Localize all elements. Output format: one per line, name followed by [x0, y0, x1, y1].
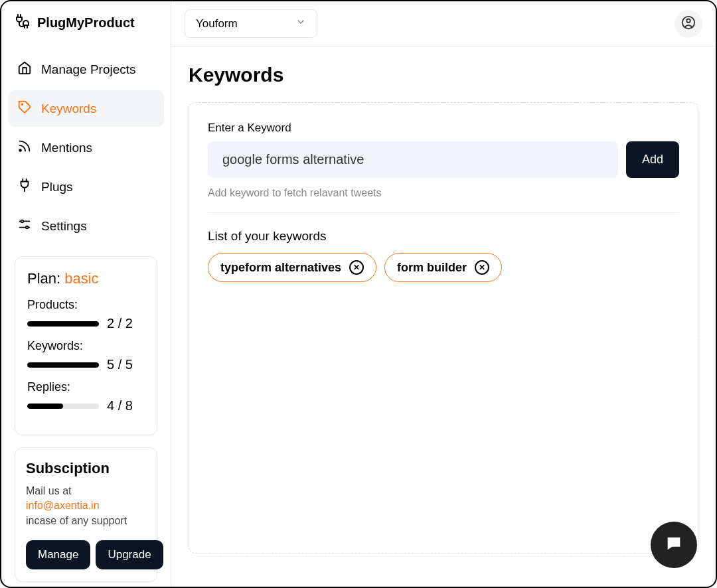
- svg-point-5: [26, 226, 29, 229]
- project-select[interactable]: Youform: [185, 9, 317, 38]
- svg-point-3: [21, 220, 24, 223]
- chevron-down-icon: [295, 17, 306, 31]
- chat-button[interactable]: [651, 522, 697, 568]
- keyword-chip: form builder ✕: [384, 253, 502, 282]
- subscription-title: Subsciption: [26, 460, 146, 477]
- helper-text: Add keyword to fetch relavant tweets: [208, 187, 679, 213]
- plug-cable-icon: [15, 13, 31, 32]
- plan-stat-replies: Replies: 4 / 8: [27, 380, 145, 413]
- brand: PlugMyProduct: [1, 1, 171, 44]
- svg-point-7: [686, 19, 690, 23]
- chip-label: typeform alternatives: [220, 261, 341, 275]
- project-selected-value: Youform: [196, 17, 238, 31]
- plan-title: Plan: basic: [27, 270, 145, 287]
- keyword-chip: typeform alternatives ✕: [208, 253, 376, 282]
- chat-icon: [665, 534, 683, 555]
- home-icon: [17, 60, 32, 78]
- remove-keyword-icon[interactable]: ✕: [349, 260, 364, 275]
- sliders-icon: [17, 217, 32, 235]
- sidebar-item-manage-projects[interactable]: Manage Projects: [8, 51, 164, 88]
- nav-label: Manage Projects: [41, 62, 136, 77]
- rss-icon: [17, 139, 32, 157]
- progress-bar: [27, 321, 99, 327]
- sidebar: PlugMyProduct Manage Projects Keywords M…: [1, 1, 171, 587]
- manage-button[interactable]: Manage: [26, 540, 90, 569]
- nav-label: Keywords: [41, 102, 96, 116]
- svg-point-1: [19, 149, 21, 151]
- nav-label: Plugs: [41, 180, 73, 194]
- add-button[interactable]: Add: [626, 141, 679, 178]
- progress-bar: [27, 362, 99, 368]
- plan-name: basic: [64, 270, 98, 287]
- progress-bar: [27, 404, 99, 409]
- plan-card: Plan: basic Products: 2 / 2 Keywords: 5 …: [15, 256, 157, 435]
- svg-point-0: [21, 104, 23, 105]
- upgrade-button[interactable]: Upgrade: [96, 540, 163, 569]
- brand-name: PlugMyProduct: [37, 15, 135, 31]
- plan-stat-products: Products: 2 / 2: [27, 298, 145, 331]
- nav-label: Settings: [41, 219, 87, 234]
- page-title: Keywords: [189, 64, 698, 86]
- plan-stat-keywords: Keywords: 5 / 5: [27, 339, 145, 372]
- nav: Manage Projects Keywords Mentions Plugs: [1, 44, 171, 244]
- list-title: List of your keywords: [208, 229, 679, 244]
- sidebar-item-keywords[interactable]: Keywords: [8, 90, 164, 127]
- main: Youform Keywords Enter a Keyword Add Add…: [171, 1, 716, 587]
- user-icon: [681, 15, 696, 33]
- sidebar-item-settings[interactable]: Settings: [8, 208, 164, 244]
- remove-keyword-icon[interactable]: ✕: [475, 260, 489, 275]
- keywords-panel: Enter a Keyword Add Add keyword to fetch…: [189, 102, 698, 553]
- sidebar-item-mentions[interactable]: Mentions: [8, 129, 164, 166]
- keyword-chips: typeform alternatives ✕ form builder ✕: [208, 253, 679, 282]
- nav-label: Mentions: [41, 141, 92, 155]
- support-email-link[interactable]: info@axentia.in: [26, 500, 100, 511]
- chip-label: form builder: [397, 261, 467, 275]
- keyword-input[interactable]: [208, 141, 618, 178]
- subscription-card: Subsciption Mail us at info@axentia.in i…: [15, 447, 157, 582]
- sidebar-item-plugs[interactable]: Plugs: [8, 169, 164, 205]
- plug-icon: [17, 178, 32, 196]
- field-label: Enter a Keyword: [208, 121, 679, 135]
- tag-icon: [17, 100, 32, 117]
- profile-button[interactable]: [675, 10, 702, 38]
- topbar: Youform: [171, 1, 716, 46]
